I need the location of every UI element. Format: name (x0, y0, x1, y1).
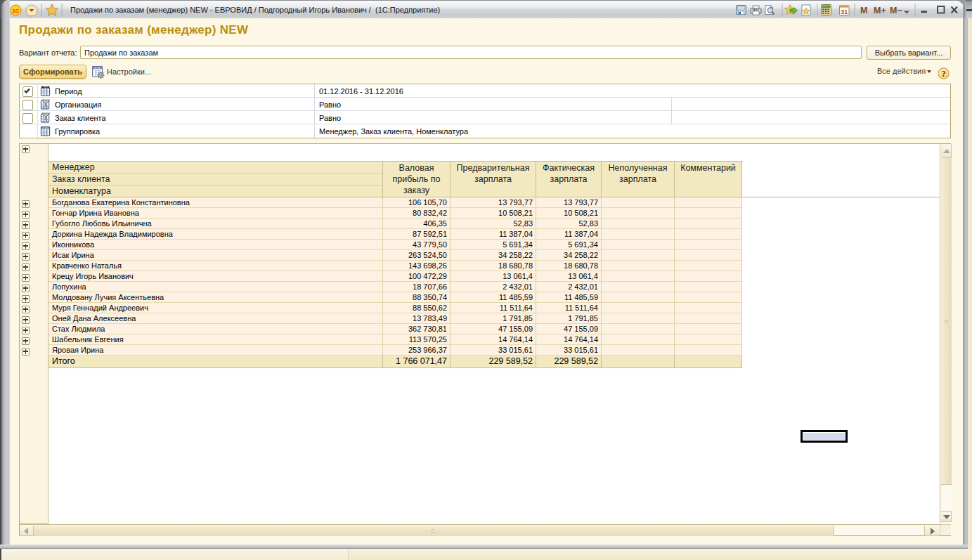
svg-text:1С: 1С (12, 8, 19, 14)
svg-text:31: 31 (841, 8, 848, 15)
svg-text:M−: M− (890, 6, 902, 15)
svg-text:?: ? (941, 69, 945, 79)
svg-text:M+: M+ (874, 6, 886, 15)
svg-text:M: M (860, 6, 867, 15)
